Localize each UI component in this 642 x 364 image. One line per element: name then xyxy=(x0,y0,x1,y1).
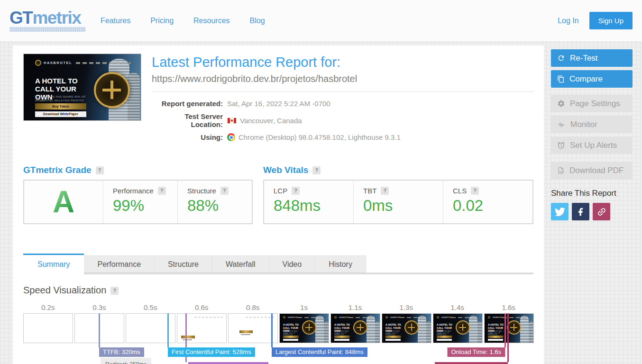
compare-button[interactable]: Compare xyxy=(551,70,633,88)
tick-label: 0.3s xyxy=(74,303,124,311)
share-twitter-button[interactable] xyxy=(551,203,569,220)
hero-subtext: BUY TOKENS AND SHARE 50% OF HASBROTEL MA… xyxy=(35,95,92,102)
tbt-value: 0ms xyxy=(363,197,433,215)
lcp-cell: LCP? 848ms xyxy=(264,181,353,223)
speed-visualization-heading: Speed Visualization? xyxy=(23,285,533,296)
tick-label: 1.1s xyxy=(330,303,380,311)
meta-value: Chrome (Desktop) 98.0.4758.102, Lighthou… xyxy=(227,133,401,141)
download-pdf-button[interactable]: PDF Download PDF xyxy=(551,162,633,179)
hero-buy-token-button: Buy Token xyxy=(35,103,86,109)
performance-cell: Performance? 99% xyxy=(103,181,177,223)
nav-link-blog[interactable]: Blog xyxy=(250,17,265,25)
help-icon[interactable]: ? xyxy=(220,187,229,195)
grade-letter: A xyxy=(53,187,74,217)
report-tabbar: Summary Performance Structure Waterfall … xyxy=(23,254,533,274)
login-link[interactable]: Log In xyxy=(558,17,578,25)
cls-label: CLS xyxy=(453,187,467,195)
help-icon[interactable]: ? xyxy=(158,187,166,195)
tab-video[interactable]: Video xyxy=(269,255,316,273)
hero-brand-row: HASBROTEL xyxy=(35,60,72,66)
filmstrip-frame[interactable] xyxy=(177,313,227,343)
tower-graphic xyxy=(128,73,140,121)
help-icon[interactable]: ? xyxy=(381,187,389,195)
tab-structure[interactable]: Structure xyxy=(155,255,212,273)
tab-performance[interactable]: Performance xyxy=(84,255,155,273)
retest-button[interactable]: Re-Test xyxy=(551,49,633,67)
meta-row-generated: Report generated: Sat, Apr 16, 2022 5:22… xyxy=(152,100,533,108)
filmstrip-frame[interactable] xyxy=(23,313,73,343)
fcp-marker-label: First Contentful Paint: 528ms xyxy=(168,347,255,357)
tab-history[interactable]: History xyxy=(315,255,366,273)
page-screenshot-thumbnail[interactable]: HASBROTEL A HOTEL TO CALL YOUR OWN BUY T… xyxy=(23,54,141,121)
help-icon[interactable]: ? xyxy=(292,187,300,195)
pulse-icon xyxy=(557,121,566,128)
alarm-icon xyxy=(557,141,565,149)
filmstrip-frame[interactable] xyxy=(228,313,278,343)
hero-art-mini: HASBROTELA HOTEL TO CALL YOUR OWNBUY TOK… xyxy=(331,314,380,343)
meta-label: Using: xyxy=(152,133,223,141)
tick-label: 0.2s xyxy=(23,303,73,311)
filmstrip-frame[interactable]: HASBROTELA HOTEL TO CALL YOUR OWNBUY TOK… xyxy=(330,313,380,343)
set-up-alerts-button[interactable]: Set Up Alerts xyxy=(551,136,633,154)
filmstrip-frame[interactable]: HASBROTELA HOTEL TO CALL YOUR OWNBUY TOK… xyxy=(279,313,329,343)
share-link-button[interactable] xyxy=(593,203,610,220)
logo-metrix: metrix xyxy=(32,8,81,27)
structure-value: 88% xyxy=(187,197,242,215)
help-icon[interactable]: ? xyxy=(312,166,321,174)
share-facebook-button[interactable] xyxy=(572,203,589,220)
main-nav: Features Pricing Resources Blog xyxy=(101,17,265,25)
monitor-button[interactable]: Monitor xyxy=(551,116,633,133)
metric-label: CLS? xyxy=(453,187,523,195)
nav-link-pricing[interactable]: Pricing xyxy=(150,17,174,25)
monitor-label: Monitor xyxy=(570,120,597,129)
report-card: HASBROTEL A HOTEL TO CALL YOUR OWN BUY T… xyxy=(13,46,544,364)
share-heading: Share This Report xyxy=(551,189,633,198)
meta-row-location: Test Server Location: Vancouver, Canada xyxy=(152,112,533,128)
tbt-cell: TBT? 0ms xyxy=(353,181,443,223)
tab-waterfall[interactable]: Waterfall xyxy=(212,255,269,273)
meta-row-using: Using: Chrome (Desktop) 98.0.4758.102, L… xyxy=(152,133,533,141)
filmstrip: HASBROTELA HOTEL TO CALL YOUR OWNBUY TOK… xyxy=(23,313,534,343)
spacer xyxy=(551,157,633,162)
hero-whitepaper-button: Download WhitePaper xyxy=(35,111,86,117)
hero-brand-logo xyxy=(35,60,41,66)
tick-label: 0.6s xyxy=(177,303,227,311)
grade-letter-cell: A xyxy=(24,181,103,223)
filmstrip-frame[interactable]: HASBROTELA HOTEL TO CALL YOUR OWNBUY TOK… xyxy=(433,313,483,343)
ttfb-redirect: Redirect: 259ms xyxy=(105,361,147,364)
hero-art-mini: HASBROTELA HOTEL TO CALL YOUR OWNBUY TOK… xyxy=(485,314,533,343)
filmstrip-frame[interactable]: HASBROTELA HOTEL TO CALL YOUR OWNBUY TOK… xyxy=(484,313,534,343)
gtmetrix-logo[interactable]: GTmetrix xyxy=(9,10,85,32)
frame-ghost-nav xyxy=(246,317,274,318)
grade-heading: GTmetrix Grade? xyxy=(23,165,253,175)
onload-marker-label: Onload Time: 1.6s xyxy=(448,347,505,357)
page-title: Latest Performance Report for: xyxy=(152,55,533,70)
performance-label: Performance xyxy=(113,187,154,195)
signup-button[interactable]: Sign Up xyxy=(589,12,633,29)
tab-summary[interactable]: Summary xyxy=(23,254,84,274)
retest-label: Re-Test xyxy=(570,54,598,63)
link-icon xyxy=(596,207,607,217)
logo-text: GTmetrix xyxy=(9,10,85,26)
filmstrip-frame[interactable]: HASBROTELA HOTEL TO CALL YOUR OWNBUY TOK… xyxy=(382,313,431,343)
help-icon[interactable]: ? xyxy=(110,287,119,295)
metric-label: TBT? xyxy=(363,187,433,195)
nav-link-features[interactable]: Features xyxy=(101,17,130,25)
hero-art-mini: HASBROTELA HOTEL TO CALL YOUR OWNBUY TOK… xyxy=(382,314,431,343)
nav-link-resources[interactable]: Resources xyxy=(193,17,229,25)
help-icon[interactable]: ? xyxy=(471,187,479,195)
structure-label: Structure xyxy=(187,187,216,195)
refresh-icon xyxy=(557,54,565,62)
top-navbar: GTmetrix Features Pricing Resources Blog… xyxy=(0,0,642,42)
help-icon[interactable]: ? xyxy=(96,166,104,174)
twitter-icon xyxy=(555,207,565,217)
cls-cell: CLS? 0.02 xyxy=(443,181,532,223)
meta-value: Vancouver, Canada xyxy=(227,117,302,125)
structure-cell: Structure? 88% xyxy=(177,181,252,223)
spacer xyxy=(551,91,633,95)
canada-flag-icon xyxy=(227,118,237,124)
page-settings-button[interactable]: Page Settings xyxy=(551,95,633,112)
gtmetrix-grade-section: GTmetrix Grade? A Performance? 99% Struc… xyxy=(23,165,253,224)
ttfb-breakdown: Redirect: 259ms Connect: 1ms Backend: 60… xyxy=(101,358,151,364)
compare-label: Compare xyxy=(569,74,603,84)
